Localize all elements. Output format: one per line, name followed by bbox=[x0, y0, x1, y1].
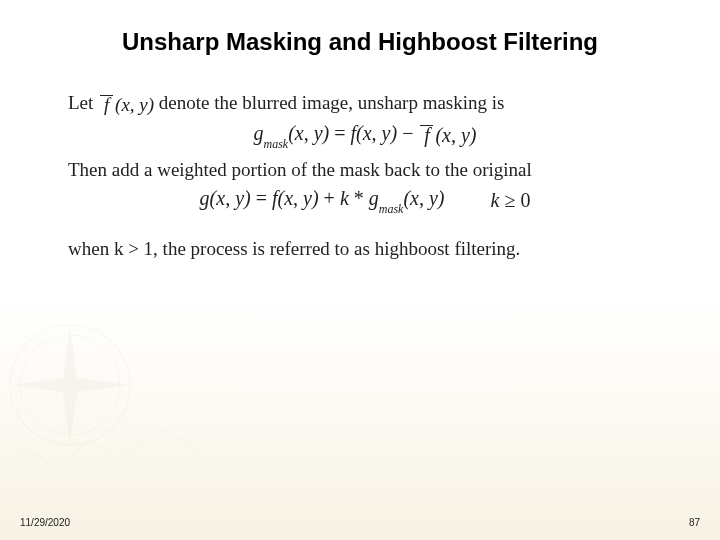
gmask-g: g bbox=[253, 122, 263, 144]
fbar-args-2: (x, y) bbox=[435, 124, 476, 147]
eq-sign-1: = bbox=[334, 122, 350, 144]
f-letter-2: f bbox=[424, 125, 430, 145]
let-line: Let f (x, y) denote the blurred image, u… bbox=[68, 92, 662, 116]
fbar-xy-2: f (x, y) bbox=[418, 124, 476, 147]
slide-title: Unsharp Masking and Highboost Filtering bbox=[0, 28, 720, 56]
footer-date: 11/29/2020 bbox=[20, 517, 70, 528]
equation-gmask: gmask(x, y) = f(x, y) − f (x, y) bbox=[68, 122, 662, 149]
let-prefix: Let bbox=[68, 92, 93, 113]
minus-sign: − bbox=[402, 122, 418, 144]
when-text: when k > 1, the process is referred to a… bbox=[68, 238, 520, 259]
f-xy-2: f(x, y) bbox=[272, 187, 319, 209]
star-op: * bbox=[354, 187, 369, 209]
ge-sign: ≥ bbox=[499, 189, 520, 211]
f-xy: f(x, y) bbox=[351, 122, 398, 144]
then-line: Then add a weighted portion of the mask … bbox=[68, 159, 662, 181]
eq-sign-2: = bbox=[256, 187, 272, 209]
equation-g: g(x, y) = f(x, y) + k * gmask(x, y) bbox=[200, 187, 445, 214]
footer: 11/29/2020 87 bbox=[20, 517, 700, 528]
f-bar-icon-2: f bbox=[420, 125, 433, 145]
k-var: k bbox=[340, 187, 349, 209]
gmask-g-2: g bbox=[369, 187, 379, 209]
f-bar-icon: f bbox=[100, 95, 113, 114]
plus-sign: + bbox=[324, 187, 340, 209]
equation-g-row: g(x, y) = f(x, y) + k * gmask(x, y) k ≥ … bbox=[68, 187, 662, 214]
k-constraint: k ≥ 0 bbox=[491, 189, 531, 212]
fbar-xy-symbol: f (x, y) bbox=[98, 94, 154, 116]
when-line: when k > 1, the process is referred to a… bbox=[68, 238, 662, 260]
f-letter: f bbox=[104, 95, 109, 114]
gmask-sub-2: mask bbox=[379, 202, 404, 216]
g-xy-lhs: g(x, y) bbox=[200, 187, 251, 209]
gmask-xy: (x, y) bbox=[288, 122, 329, 144]
fbar-args: (x, y) bbox=[115, 94, 154, 116]
slide: Unsharp Masking and Highboost Filtering … bbox=[0, 0, 720, 540]
gmask-sub: mask bbox=[263, 137, 288, 151]
gmask-xy-2: (x, y) bbox=[403, 187, 444, 209]
zero: 0 bbox=[520, 189, 530, 211]
let-suffix: denote the blurred image, unsharp maskin… bbox=[159, 92, 505, 113]
slide-body: Let f (x, y) denote the blurred image, u… bbox=[68, 92, 662, 266]
footer-page: 87 bbox=[689, 517, 700, 528]
